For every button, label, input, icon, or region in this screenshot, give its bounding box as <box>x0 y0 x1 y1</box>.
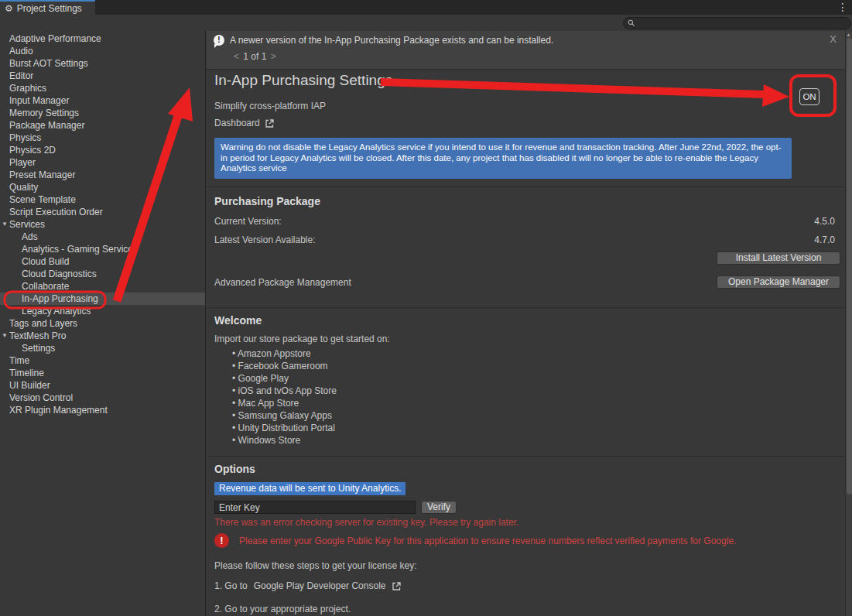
update-notification-banner: ! A newer version of the In-App Purchasi… <box>207 31 852 70</box>
current-version-value: 4.5.0 <box>814 216 835 227</box>
caret-down-icon[interactable]: ▼ <box>2 330 8 341</box>
caret-down-icon[interactable]: ▼ <box>2 219 8 230</box>
current-version-label: Current Version: <box>214 216 282 227</box>
sidebar-item-in-app-purchasing[interactable]: In-App Purchasing <box>0 293 205 305</box>
options-heading: Options <box>214 463 255 475</box>
list-item: Google Play <box>232 372 337 385</box>
sidebar-item-player[interactable]: Player <box>0 156 205 169</box>
sidebar-item-time[interactable]: Time <box>0 354 205 367</box>
license-step-2: 2. Go to your appropriate project. <box>214 604 351 614</box>
legacy-analytics-warning: Warning do not disable the Legacy Analyt… <box>214 138 792 179</box>
sidebar-item-textmesh-settings[interactable]: Settings <box>0 342 205 354</box>
list-item: Samsung Galaxy Apps <box>232 409 337 422</box>
dashboard-link[interactable]: Dashboard <box>214 118 275 128</box>
google-key-warning-text: Please enter your Google Public Key for … <box>239 536 736 546</box>
sidebar-item-editor[interactable]: Editor <box>0 70 205 82</box>
scroll-up-icon[interactable]: ▲ <box>846 32 851 37</box>
install-latest-version-button[interactable]: Install Latest Version <box>717 252 840 265</box>
sidebar-item-graphics[interactable]: Graphics <box>0 82 205 94</box>
sidebar-item-timeline[interactable]: Timeline <box>0 367 205 379</box>
advanced-package-management-label: Advanced Package Management <box>214 277 351 288</box>
sidebar-item-quality[interactable]: Quality <box>0 181 205 193</box>
alert-bubble-icon: ! <box>214 35 224 46</box>
dashboard-link-label: Dashboard <box>214 118 260 128</box>
purchasing-package-heading: Purchasing Package <box>214 195 320 207</box>
google-play-console-link[interactable]: Google Play Developer Console <box>254 580 386 591</box>
welcome-intro: Import our store package to get started … <box>214 334 390 344</box>
sidebar-item-audio[interactable]: Audio <box>0 45 205 57</box>
sidebar-item-memory-settings[interactable]: Memory Settings <box>0 107 205 119</box>
pager-prev-icon[interactable]: < <box>232 51 241 62</box>
open-package-manager-button[interactable]: Open Package Manager <box>717 275 840 289</box>
scrollbar-thumb[interactable] <box>847 38 852 495</box>
server-error-text: There was an error checking server for e… <box>214 517 518 528</box>
list-item: Facebook Gameroom <box>232 360 337 372</box>
section-divider <box>207 187 845 187</box>
license-key-input[interactable] <box>214 501 416 514</box>
sidebar-item-analytics-gaming-services[interactable]: Analytics - Gaming Services <box>0 243 205 255</box>
search-input[interactable] <box>635 19 850 28</box>
sidebar-item-legacy-analytics[interactable]: Legacy Analytics <box>0 305 205 317</box>
kebab-menu-icon[interactable]: ⋮ <box>837 1 848 13</box>
list-item: Amazon Appstore <box>232 347 337 360</box>
sidebar-item-xr-plugin-management[interactable]: XR Plugin Management <box>0 404 205 416</box>
sidebar-item-label: TextMesh Pro <box>9 330 66 341</box>
store-list: Amazon Appstore Facebook Gameroom Google… <box>232 347 337 447</box>
error-icon: ! <box>214 533 229 548</box>
tab-label: Project Settings <box>17 3 82 14</box>
sidebar-item-services[interactable]: ▼ Services <box>0 218 205 231</box>
list-item: Unity Distribution Portal <box>232 422 337 434</box>
list-item: Mac App Store <box>232 397 337 409</box>
section-divider <box>207 307 845 308</box>
list-item: iOS and tvOs App Store <box>232 385 337 397</box>
tab-project-settings[interactable]: ⚙ Project Settings <box>0 0 95 15</box>
banner-message: A newer version of the In-App Purchasing… <box>230 35 553 46</box>
sidebar-item-version-control[interactable]: Version Control <box>0 392 205 404</box>
gear-icon: ⚙ <box>5 4 13 13</box>
license-steps-intro: Please follow these steps to get your li… <box>214 560 416 571</box>
sidebar-item-label: Services <box>9 219 45 230</box>
sidebar-item-tags-and-layers[interactable]: Tags and Layers <box>0 317 205 330</box>
sidebar-item-preset-manager[interactable]: Preset Manager <box>0 169 205 181</box>
settings-sidebar: Adaptive Performance Audio Burst AOT Set… <box>0 31 206 616</box>
pager-next-icon[interactable]: > <box>269 51 278 62</box>
verify-button[interactable]: Verify <box>421 501 457 514</box>
vertical-scrollbar[interactable] <box>845 31 852 616</box>
sidebar-item-physics-2d[interactable]: Physics 2D <box>0 144 205 156</box>
sidebar-item-textmesh-pro[interactable]: ▼ TextMesh Pro <box>0 330 205 342</box>
latest-version-value: 4.7.0 <box>814 234 835 245</box>
sidebar-item-package-manager[interactable]: Package Manager <box>0 119 205 132</box>
pager-text: 1 of 1 <box>243 51 266 62</box>
sidebar-item-physics[interactable]: Physics <box>0 132 205 144</box>
sidebar-item-script-execution-order[interactable]: Script Execution Order <box>0 206 205 218</box>
welcome-heading: Welcome <box>214 314 262 327</box>
list-item: Windows Store <box>232 434 337 447</box>
toolbar <box>0 15 852 31</box>
sidebar-item-scene-template[interactable]: Scene Template <box>0 193 205 206</box>
step1-prefix: 1. Go to <box>214 580 248 591</box>
close-icon[interactable]: X <box>830 33 837 45</box>
search-box[interactable] <box>623 17 851 29</box>
sidebar-item-ui-builder[interactable]: UI Builder <box>0 379 205 392</box>
sidebar-item-ads[interactable]: Ads <box>0 231 205 243</box>
tab-bar: ⚙ Project Settings ⋮ <box>0 0 852 15</box>
external-link-icon <box>265 118 275 128</box>
sidebar-item-burst-aot-settings[interactable]: Burst AOT Settings <box>0 57 205 70</box>
main-panel: ! A newer version of the In-App Purchasi… <box>207 31 852 616</box>
sidebar-item-collaborate[interactable]: Collaborate <box>0 280 205 293</box>
search-icon <box>628 19 635 27</box>
sidebar-item-adaptive-performance[interactable]: Adaptive Performance <box>0 33 205 45</box>
page-subtitle: Simplify cross-platform IAP <box>214 101 326 111</box>
section-divider <box>207 456 845 457</box>
latest-version-label: Latest Version Available: <box>214 234 316 245</box>
sidebar-item-input-manager[interactable]: Input Manager <box>0 94 205 107</box>
sidebar-item-cloud-build[interactable]: Cloud Build <box>0 255 205 268</box>
analytics-revenue-badge: Revenue data will be sent to Unity Analy… <box>214 482 405 495</box>
project-settings-window: ⚙ Project Settings ⋮ Adaptive Performanc… <box>0 0 852 616</box>
banner-pager: < 1 of 1 > <box>232 51 278 62</box>
sidebar-item-cloud-diagnostics[interactable]: Cloud Diagnostics <box>0 268 205 280</box>
external-link-icon[interactable] <box>392 581 402 591</box>
iap-toggle-on-button[interactable]: ON <box>799 88 819 105</box>
page-title: In-App Purchasing Settings <box>214 72 392 89</box>
license-step-1: 1. Go to Google Play Developer Console <box>214 580 402 591</box>
